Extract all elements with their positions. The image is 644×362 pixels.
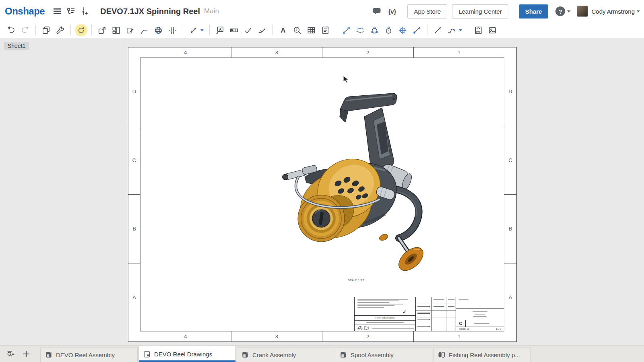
assembly-tab-icon: [45, 351, 53, 359]
toolbar-separator: [468, 25, 468, 35]
toolbar-separator: [209, 25, 210, 35]
broken-view-icon[interactable]: [165, 24, 180, 37]
zone-label: 3: [275, 49, 278, 56]
document-tab-spool-assembly[interactable]: Spool Assembly: [335, 347, 432, 362]
reel-drawing-view[interactable]: [280, 92, 425, 273]
centerline-bend-icon[interactable]: [410, 24, 424, 37]
document-history-icon[interactable]: [64, 4, 78, 18]
document-tab-label: Fishing Reel Assembly p...: [449, 352, 520, 358]
hamburger-menu-icon[interactable]: [50, 4, 64, 18]
app-store-button[interactable]: App Store: [407, 4, 447, 19]
document-tab-fishing-reel-assembly-p[interactable]: Fishing Reel Assembly p...: [433, 347, 530, 362]
title-area: [456, 297, 504, 309]
learning-center-button[interactable]: Learning Center: [452, 4, 508, 19]
line-endpoints-icon[interactable]: [339, 24, 353, 37]
dropdown-caret-icon[interactable]: [459, 29, 462, 31]
toolbar-separator: [70, 25, 71, 35]
app-header: Onshape DEVO7.1JX Spinning Reel Main {v}…: [0, 0, 644, 23]
document-tab-label: Spool Assembly: [351, 352, 394, 358]
zone-label: 1: [458, 49, 460, 56]
document-tab-devo-reel-assembly[interactable]: DEVO Reel Assembly: [40, 347, 138, 362]
center-mark-icon[interactable]: [396, 24, 410, 37]
toolbar-separator: [272, 25, 273, 35]
gdt-frame-icon[interactable]: [227, 24, 241, 37]
centerline-icon[interactable]: [353, 24, 367, 37]
note-icon[interactable]: A: [213, 24, 227, 37]
comment-icon[interactable]: [370, 4, 384, 18]
zone-label: 4: [184, 333, 187, 339]
mouse-cursor: [343, 75, 350, 84]
zone-label: A: [509, 294, 512, 300]
assembly-tab-icon: [241, 351, 249, 359]
title-lines: [456, 309, 504, 320]
zone-label: A: [132, 294, 136, 300]
arrange-views-icon[interactable]: [109, 24, 123, 37]
document-tab-devo-reel-drawings[interactable]: DEVO Reel Drawings: [138, 346, 236, 362]
drawing-canvas[interactable]: Sheet1 4321 4321 DCBA DCBA ✓ DO NOT SCAL…: [0, 38, 644, 345]
help-icon[interactable]: ?: [555, 6, 565, 16]
spline-icon[interactable]: [445, 24, 459, 37]
zone-label: C: [508, 157, 512, 163]
edit-view-icon[interactable]: [123, 24, 137, 37]
view-scale-note: SCALE 1.5:1: [330, 279, 382, 282]
approval-grid: [416, 297, 456, 331]
sketch-line-icon[interactable]: [431, 24, 445, 37]
zone-label: 3: [275, 333, 278, 339]
part-number-cell: [466, 320, 498, 327]
redo-icon[interactable]: [18, 24, 32, 37]
sheet-properties-icon[interactable]: [39, 24, 53, 37]
circle-center-icon[interactable]: [382, 24, 396, 37]
insert-view-icon[interactable]: [95, 24, 109, 37]
table-icon[interactable]: [304, 24, 318, 37]
text-icon[interactable]: A: [276, 24, 290, 37]
zone-band-top: 4321: [140, 47, 504, 58]
sheet-size: C: [456, 320, 466, 327]
share-button[interactable]: Share: [519, 4, 549, 19]
user-avatar[interactable]: [577, 6, 588, 17]
svg-text:1: 1: [296, 28, 298, 32]
drawing-toolbar: AA1DXF: [0, 23, 644, 38]
hole-table-icon[interactable]: [318, 24, 332, 37]
document-tab-label: DEVO Reel Drawings: [154, 351, 212, 358]
zone-label: C: [132, 157, 136, 163]
add-tab-icon[interactable]: [20, 348, 32, 360]
user-menu-caret-icon[interactable]: [637, 10, 640, 12]
export-dxf-icon[interactable]: DXF: [471, 24, 485, 37]
svg-text:A: A: [281, 26, 286, 33]
featurescript-icon[interactable]: {v}: [388, 8, 396, 15]
weld-leader-icon[interactable]: [255, 24, 269, 37]
onshape-logo[interactable]: Onshape: [5, 6, 45, 17]
create-version-icon[interactable]: [78, 4, 91, 18]
pdf-tab-icon: [438, 351, 446, 359]
document-title: DEVO7.1JX Spinning Reel: [100, 7, 200, 16]
rev-cell: [498, 320, 504, 327]
workspace-label[interactable]: Main: [204, 7, 219, 15]
dimension-icon[interactable]: [186, 24, 200, 37]
undo-icon[interactable]: [4, 24, 18, 37]
circle-3pt-icon[interactable]: [367, 24, 382, 37]
document-tab-label: Crank Assembly: [252, 352, 296, 358]
tab-manager-icon[interactable]: [5, 348, 17, 360]
user-name[interactable]: Cody Armstrong: [591, 8, 635, 15]
tools-wrench-icon[interactable]: [53, 24, 67, 37]
surface-check-icon[interactable]: [241, 24, 255, 37]
toolbar-separator: [91, 25, 92, 35]
zone-label: 1: [458, 333, 460, 339]
svg-text:DXF: DXF: [476, 31, 481, 33]
callout-leader-icon[interactable]: [137, 24, 151, 37]
help-caret-icon[interactable]: [567, 10, 570, 12]
svg-text:A: A: [219, 27, 222, 31]
title-block: ✓ DO NOT SCALE DRAWING: [354, 297, 504, 331]
projected-view-icon[interactable]: [151, 24, 165, 37]
document-tab-crank-assembly[interactable]: Crank Assembly: [237, 347, 334, 362]
zone-band-right: DCBA: [504, 58, 516, 331]
zone-label: 2: [366, 333, 369, 339]
projection-symbol: [355, 325, 415, 331]
detail-view-icon[interactable]: 1: [290, 24, 304, 37]
insert-image-icon[interactable]: [485, 24, 500, 37]
sheet-tab[interactable]: Sheet1: [4, 42, 29, 50]
do-not-scale-note: DO NOT SCALE DRAWING: [375, 317, 394, 319]
update-sync-icon[interactable]: [74, 24, 88, 37]
dropdown-caret-icon[interactable]: [200, 29, 204, 31]
checkmark-annotation: ✓: [402, 309, 407, 315]
